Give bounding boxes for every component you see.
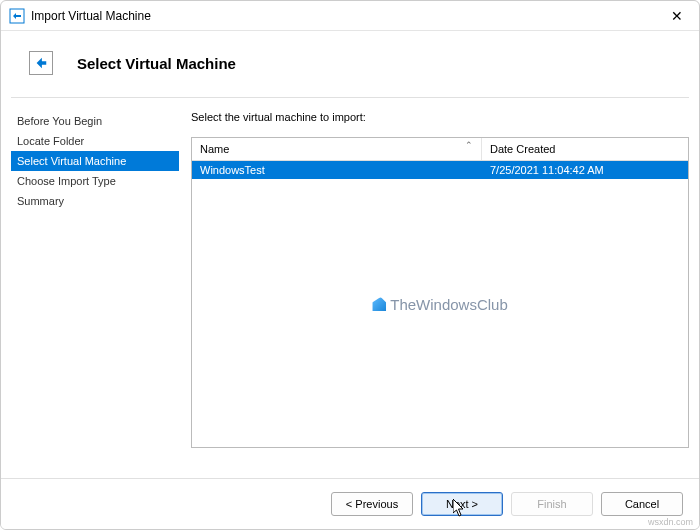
cancel-button[interactable]: Cancel xyxy=(601,492,683,516)
close-icon[interactable]: ✕ xyxy=(663,6,691,26)
next-button[interactable]: Next > xyxy=(421,492,503,516)
wizard-steps: Before You Begin Locate Folder Select Vi… xyxy=(11,108,179,448)
grid-body: WindowsTest 7/25/2021 11:04:42 AM TheWin… xyxy=(192,161,688,447)
column-header-date[interactable]: Date Created xyxy=(482,138,688,160)
wizard-header: Select Virtual Machine xyxy=(1,31,699,97)
watermark-text: TheWindowsClub xyxy=(390,296,508,313)
step-choose-import-type[interactable]: Choose Import Type xyxy=(11,171,179,191)
window-title: Import Virtual Machine xyxy=(31,9,663,23)
step-before-you-begin[interactable]: Before You Begin xyxy=(11,111,179,131)
import-icon xyxy=(29,51,53,75)
step-select-virtual-machine[interactable]: Select Virtual Machine xyxy=(11,151,179,171)
wizard-footer: < Previous Next > Finish Cancel xyxy=(1,478,699,529)
cell-vm-name: WindowsTest xyxy=(192,161,482,179)
vm-grid: Name ⌃ Date Created WindowsTest 7/25/202… xyxy=(191,137,689,448)
main-panel: Select the virtual machine to import: Na… xyxy=(179,108,689,448)
table-row[interactable]: WindowsTest 7/25/2021 11:04:42 AM xyxy=(192,161,688,179)
source-label: wsxdn.com xyxy=(648,517,693,527)
titlebar: Import Virtual Machine ✕ xyxy=(1,1,699,31)
cell-vm-date: 7/25/2021 11:04:42 AM xyxy=(482,161,688,179)
step-summary[interactable]: Summary xyxy=(11,191,179,211)
app-icon xyxy=(9,8,25,24)
finish-button: Finish xyxy=(511,492,593,516)
watermark: TheWindowsClub xyxy=(372,296,508,313)
previous-button[interactable]: < Previous xyxy=(331,492,413,516)
sort-indicator-icon: ⌃ xyxy=(465,140,473,150)
page-title: Select Virtual Machine xyxy=(77,55,236,72)
step-locate-folder[interactable]: Locate Folder xyxy=(11,131,179,151)
column-header-name[interactable]: Name ⌃ xyxy=(192,138,482,160)
content-area: Before You Begin Locate Folder Select Vi… xyxy=(1,98,699,458)
watermark-icon xyxy=(372,297,386,311)
instruction-text: Select the virtual machine to import: xyxy=(191,111,689,123)
grid-header: Name ⌃ Date Created xyxy=(192,138,688,161)
column-header-name-label: Name xyxy=(200,143,229,155)
column-header-date-label: Date Created xyxy=(490,143,555,155)
